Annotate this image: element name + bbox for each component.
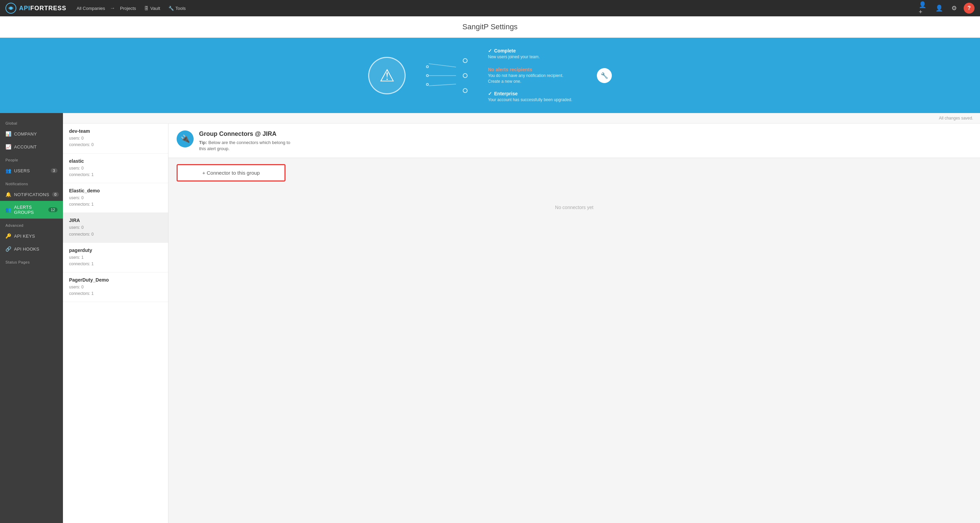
- sidebar-item-alerts-groups[interactable]: 👥 ALERTS GROUPS 12: [0, 201, 63, 218]
- tools-icon: 🔧: [169, 6, 174, 11]
- connector-right-dots: [463, 58, 468, 93]
- hero-banner: ⚠ ✓ Complete New users joined: [0, 38, 980, 113]
- hero-warning-circle: ⚠: [368, 57, 406, 94]
- projects-link[interactable]: Projects: [117, 4, 140, 13]
- sidebar-item-account[interactable]: 📈 ACCOUNT: [0, 140, 63, 153]
- gear-icon: ⚙: [951, 5, 957, 12]
- sidebar-item-api-hooks[interactable]: 🔗 API HOOKS: [0, 242, 63, 255]
- step-alerts-title: No alerts recipients: [488, 67, 576, 72]
- notifications-badge: 0: [52, 192, 59, 197]
- vault-icon: 🗄: [144, 6, 149, 11]
- topnav-right: 👤+ 👤 ⚙ ?: [919, 3, 975, 14]
- api-keys-icon: 🔑: [5, 233, 11, 239]
- step-enterprise-desc: Your account has successfully been upgra…: [488, 97, 572, 103]
- sidebar: Global 📊 COMPANY 📈 ACCOUNT People 👥 USER…: [0, 113, 63, 523]
- step-alerts-desc: You do not have any notification recipie…: [488, 73, 576, 85]
- sidebar-section-advanced: Advanced: [0, 218, 63, 230]
- wrench-icon: 🔧: [601, 72, 608, 79]
- group-meta-jira: users: 0 connectors: 0: [69, 224, 162, 237]
- group-name-pagerduty-demo: PagerDuty_Demo: [69, 277, 162, 282]
- tools-link[interactable]: 🔧 Tools: [165, 4, 189, 13]
- step-complete-title: ✓ Complete: [488, 48, 540, 53]
- add-user-button[interactable]: 👤+: [919, 3, 930, 14]
- connector-left-dots: [426, 65, 429, 86]
- group-name-dev-team: dev-team: [69, 128, 162, 134]
- step-dot-alerts: [463, 73, 468, 78]
- alerts-groups-badge: 12: [48, 207, 57, 212]
- help-button[interactable]: ?: [964, 3, 975, 14]
- page-title: SangitP Settings: [0, 16, 980, 38]
- add-connector-button[interactable]: + Connector to this group: [177, 164, 285, 182]
- wrench-button[interactable]: 🔧: [597, 68, 612, 83]
- logo[interactable]: APIFORTRESS: [5, 3, 66, 14]
- group-list-item-jira[interactable]: JIRA users: 0 connectors: 0: [63, 213, 168, 242]
- plug-icon-circle: 🔌: [177, 131, 194, 147]
- group-meta-pagerduty: users: 1 connectors: 1: [69, 254, 162, 267]
- top-navigation: APIFORTRESS All Companies → Projects 🗄 V…: [0, 0, 980, 16]
- group-list: dev-team users: 0 connectors: 0 elastic …: [63, 124, 169, 523]
- group-meta-pagerduty-demo: users: 0 connectors: 1: [69, 284, 162, 297]
- settings-button[interactable]: ⚙: [949, 3, 959, 14]
- logo-icon: [5, 3, 16, 14]
- connector-lines-svg: [429, 60, 463, 91]
- company-icon: 📊: [5, 131, 11, 137]
- group-detail-title: Group Connectors @ JIRA: [199, 131, 294, 137]
- group-list-item-elastic[interactable]: elastic users: 0 connectors: 1: [63, 153, 168, 183]
- hero-step-complete: ✓ Complete New users joined your team.: [488, 48, 576, 60]
- group-detail: 🔌 Group Connectors @ JIRA Tip: Below are…: [169, 124, 980, 523]
- sidebar-section-status: Status Pages: [0, 255, 63, 266]
- user-profile-button[interactable]: 👤: [934, 3, 945, 14]
- hero-step-alerts: No alerts recipients You do not have any…: [488, 67, 576, 85]
- group-meta-elastic-demo: users: 0 connectors: 1: [69, 195, 162, 208]
- logo-text: APIFORTRESS: [19, 5, 66, 12]
- group-detail-header: 🔌 Group Connectors @ JIRA Tip: Below are…: [169, 124, 980, 158]
- users-badge: 3: [51, 168, 57, 173]
- svg-line-4: [429, 84, 456, 86]
- group-name-elastic-demo: Elastic_demo: [69, 188, 162, 193]
- users-icon: 👥: [5, 168, 11, 173]
- content-area: All changes saved. dev-team users: 0 con…: [63, 113, 980, 523]
- group-name-jira: JIRA: [69, 218, 162, 223]
- sidebar-item-company[interactable]: 📊 COMPANY: [0, 128, 63, 140]
- notifications-icon: 🔔: [5, 192, 11, 197]
- svg-line-2: [429, 64, 456, 67]
- add-connector-wrapper: + Connector to this group: [169, 158, 980, 188]
- no-connectors-message: No connectors yet: [169, 188, 980, 227]
- user-icon: 👤: [935, 5, 943, 12]
- sidebar-item-api-keys[interactable]: 🔑 API KEYS: [0, 230, 63, 242]
- main-layout: Global 📊 COMPANY 📈 ACCOUNT People 👥 USER…: [0, 113, 980, 523]
- connector-dot-3: [426, 83, 429, 86]
- step-complete-desc: New users joined your team.: [488, 54, 540, 60]
- content-inner: dev-team users: 0 connectors: 0 elastic …: [63, 124, 980, 523]
- sidebar-section-global: Global: [0, 116, 63, 128]
- help-icon: ?: [967, 5, 971, 11]
- sidebar-item-users[interactable]: 👥 USERS 3: [0, 164, 63, 177]
- hero-steps: ✓ Complete New users joined your team. N…: [488, 48, 576, 103]
- api-hooks-icon: 🔗: [5, 246, 11, 252]
- svg-point-1: [10, 7, 12, 10]
- account-icon: 📈: [5, 144, 11, 150]
- checkmark-complete-icon: ✓: [488, 48, 492, 53]
- group-detail-tip: Tip: Below are the connectors which belo…: [199, 140, 294, 152]
- vault-link[interactable]: 🗄 Vault: [141, 4, 164, 13]
- step-dot-enterprise: [463, 88, 468, 93]
- group-list-item-pagerduty[interactable]: pagerduty users: 1 connectors: 1: [63, 243, 168, 273]
- nav-arrow: →: [110, 5, 115, 11]
- group-meta-elastic: users: 0 connectors: 1: [69, 165, 162, 178]
- group-list-item-elastic-demo[interactable]: Elastic_demo users: 0 connectors: 1: [63, 183, 168, 213]
- hero-step-enterprise: ✓ Enterprise Your account has successful…: [488, 91, 576, 103]
- sidebar-item-notifications[interactable]: 🔔 NOTIFICATIONS 0: [0, 188, 63, 201]
- sidebar-section-people: People: [0, 153, 63, 164]
- checkmark-enterprise-icon: ✓: [488, 91, 492, 96]
- group-list-item-pagerduty-demo[interactable]: PagerDuty_Demo users: 0 connectors: 1: [63, 273, 168, 302]
- all-companies-link[interactable]: All Companies: [73, 4, 108, 13]
- group-meta-dev-team: users: 0 connectors: 0: [69, 135, 162, 148]
- step-enterprise-title: ✓ Enterprise: [488, 91, 572, 96]
- group-list-item-dev-team[interactable]: dev-team users: 0 connectors: 0: [63, 124, 168, 153]
- topnav-links: All Companies → Projects 🗄 Vault 🔧 Tools: [73, 4, 912, 13]
- connector-dot-2: [426, 74, 429, 77]
- group-name-elastic: elastic: [69, 158, 162, 164]
- group-name-pagerduty: pagerduty: [69, 247, 162, 253]
- alerts-groups-icon: 👥: [5, 207, 11, 212]
- plug-icon: 🔌: [181, 134, 190, 144]
